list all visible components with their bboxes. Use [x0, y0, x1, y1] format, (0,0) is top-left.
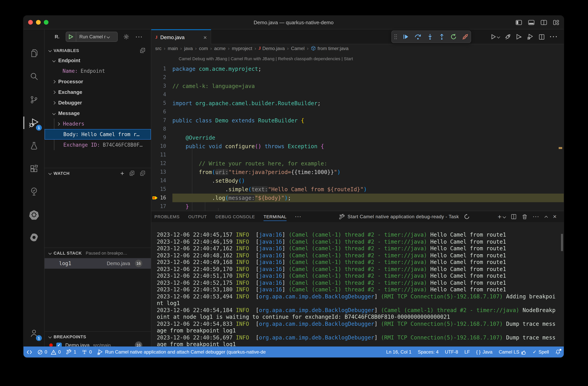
gutter-glyph-margin[interactable]	[151, 176, 158, 185]
code-line-7[interactable]: 7public class Demo extends RouteBuilder …	[151, 116, 564, 125]
panel-more-tabs-icon[interactable]: ···	[295, 214, 302, 219]
breadcrumb-item[interactable]: acme	[214, 45, 226, 51]
eol-sequence[interactable]: LF	[464, 349, 470, 355]
code-text[interactable]: package com.acme.myproject;	[172, 64, 564, 73]
extensions-icon[interactable]	[23, 160, 44, 178]
breadcrumb-item[interactable]: from timer:java	[311, 45, 349, 51]
cursor-position[interactable]: Ln 16, Col 1	[386, 349, 411, 355]
gutter-glyph-margin[interactable]	[151, 125, 158, 133]
gutter-glyph-margin[interactable]	[151, 73, 158, 82]
testing-icon[interactable]	[23, 136, 44, 155]
notifications-bell-icon[interactable]	[555, 349, 561, 355]
customize-layout-icon[interactable]	[553, 20, 559, 25]
variable-name[interactable]: Name: Endpoint	[44, 66, 151, 76]
explorer-icon[interactable]	[23, 44, 44, 63]
line-number[interactable]: 11	[158, 150, 172, 159]
tab-debug-console[interactable]: DEBUG CONSOLE	[215, 211, 255, 222]
variable-exchange-id[interactable]: Exchange ID: B74C46FC8B0F…	[44, 140, 151, 150]
camel-ls-status[interactable]: Camel LS	[499, 349, 526, 355]
breadcrumb-item[interactable]: JDemo.java	[258, 45, 285, 51]
code-line-4[interactable]: 4	[151, 90, 564, 99]
variables-scope-endpoint[interactable]: Endpoint	[44, 55, 151, 66]
code-line-11[interactable]: 11	[151, 150, 564, 159]
tab-demo-java[interactable]: J Demo.java ×	[151, 29, 211, 44]
line-number[interactable]: 4	[158, 90, 172, 99]
code-text[interactable]: .setBody()	[172, 176, 564, 185]
code-text[interactable]: @Override	[172, 133, 564, 142]
indentation[interactable]: Spaces: 4	[418, 349, 439, 355]
toolbar-drag-handle[interactable]	[394, 34, 397, 40]
line-number[interactable]: 5	[158, 99, 172, 107]
close-window-button[interactable]	[28, 20, 33, 25]
breadcrumb-item[interactable]: Camel	[291, 45, 305, 51]
more-actions-icon[interactable]: ···	[550, 33, 558, 40]
code-text[interactable]: from(uri:"timer:java?period={{time:1000}…	[172, 168, 564, 176]
search-icon[interactable]	[23, 67, 44, 86]
call-stack-frame[interactable]: log1 Demo.java 16	[44, 258, 151, 269]
code-line-9[interactable]: 9 @Override	[151, 133, 564, 142]
add-watch-expression-icon[interactable]: +	[120, 170, 124, 177]
breadcrumb-item[interactable]: main	[168, 45, 178, 51]
tab-terminal[interactable]: TERMINAL	[264, 211, 287, 222]
variables-scope-debugger[interactable]: Debugger	[44, 97, 151, 108]
source-control-icon[interactable]	[23, 90, 44, 109]
breadcrumb-item[interactable]: myproject	[232, 45, 252, 51]
gutter-glyph-margin[interactable]	[151, 142, 158, 150]
step-over-button[interactable]	[414, 34, 421, 40]
gutter-glyph-margin[interactable]	[151, 150, 158, 159]
gutter-glyph-margin[interactable]	[151, 99, 158, 107]
task-label[interactable]: Start Camel native application debug-rea…	[348, 214, 459, 219]
tab-output[interactable]: OUTPUT	[188, 211, 207, 222]
call-stack-section-header[interactable]: CALL STACK Paused on breakpo…	[44, 248, 151, 258]
breadcrumb-item[interactable]: com	[199, 45, 208, 51]
language-mode[interactable]: { }Java	[476, 349, 492, 355]
code-text[interactable]: // Write your routes here, for example:	[172, 159, 564, 168]
code-line-8[interactable]: 8	[151, 125, 564, 133]
close-panel-icon[interactable]: ×	[553, 214, 557, 220]
line-number[interactable]: 13	[158, 168, 172, 176]
line-number[interactable]: 2	[158, 73, 172, 82]
split-terminal-icon[interactable]	[511, 214, 517, 219]
split-editor-layout-icon[interactable]	[541, 20, 547, 25]
continue-button[interactable]	[403, 34, 409, 40]
line-number[interactable]: 15	[158, 185, 172, 193]
gutter-glyph-margin[interactable]	[151, 133, 158, 142]
step-into-button[interactable]	[427, 34, 433, 40]
code-line-17[interactable]: 17 }	[151, 202, 564, 211]
codelens-actions[interactable]: Camel Debug with JBang | Camel Run with …	[179, 56, 353, 61]
line-number[interactable]: 6	[158, 107, 172, 116]
code-line-3[interactable]: 3// camel-k: language=java	[151, 82, 564, 90]
remote-indicator-icon[interactable]	[27, 349, 32, 355]
code-text[interactable]: // camel-k: language=java	[172, 82, 564, 90]
code-text[interactable]: .log(message:"${body}");	[172, 193, 564, 202]
code-line-5[interactable]: 5import org.apache.camel.builder.RouteBu…	[151, 99, 564, 107]
kubernetes-icon[interactable]	[23, 205, 44, 224]
tasks-status[interactable]: 1	[66, 349, 76, 355]
code-line-13[interactable]: 13 from(uri:"timer:java?period={{time:10…	[151, 168, 564, 176]
gutter-glyph-margin[interactable]	[151, 107, 158, 116]
openshift-icon[interactable]	[23, 228, 44, 247]
code-text[interactable]: public class Demo extends RouteBuilder {	[172, 116, 564, 125]
close-tab-icon[interactable]: ×	[203, 34, 207, 40]
code-line-1[interactable]: 1package com.acme.myproject;	[151, 64, 564, 73]
run-and-debug-icon[interactable]: 1	[23, 113, 44, 132]
watch-section-header[interactable]: WATCH +	[44, 169, 151, 178]
collapse-all-icon[interactable]	[140, 48, 146, 53]
variables-scope-message[interactable]: Message	[44, 108, 151, 119]
code-line-12[interactable]: 12 // Write your routes here, for exampl…	[151, 159, 564, 168]
gutter-glyph-margin[interactable]	[151, 82, 158, 90]
variables-scope-processor[interactable]: Processor	[44, 76, 151, 87]
camel-debug-icon[interactable]	[527, 34, 534, 40]
minimize-window-button[interactable]	[36, 20, 41, 25]
remove-all-watch-icon[interactable]	[129, 171, 135, 176]
gutter-glyph-margin[interactable]	[151, 185, 158, 193]
code-text[interactable]: }	[172, 202, 564, 211]
code-text[interactable]	[172, 107, 564, 116]
line-number[interactable]: 16	[158, 193, 172, 202]
quarkus-rocket-icon[interactable]	[505, 34, 511, 40]
zoom-window-button[interactable]	[44, 20, 48, 25]
gutter-glyph-margin[interactable]	[151, 64, 158, 73]
split-editor-icon[interactable]	[539, 34, 545, 40]
variable-body[interactable]: Body: Hello Camel from r…	[44, 129, 151, 140]
code-line-6[interactable]: 6	[151, 107, 564, 116]
